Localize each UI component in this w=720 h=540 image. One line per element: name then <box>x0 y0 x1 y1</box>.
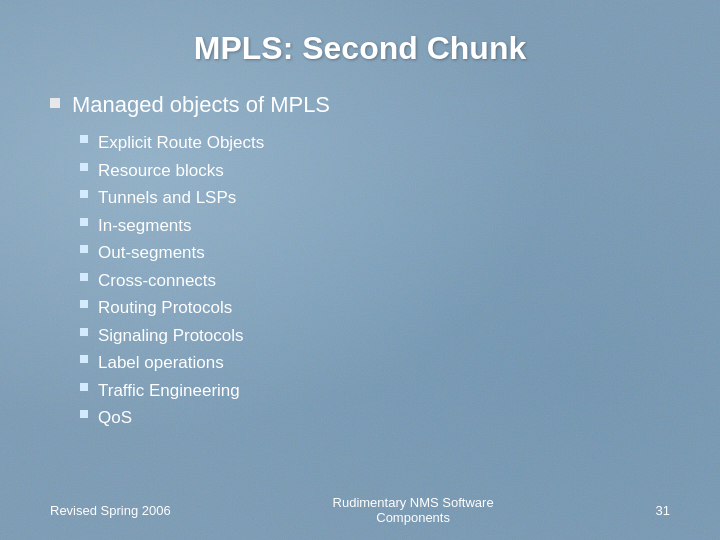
sub-bullet-text: Cross-connects <box>98 268 216 294</box>
sub-bullet-icon <box>80 135 88 143</box>
sub-bullet-text: QoS <box>98 405 132 431</box>
sub-bullet-icon <box>80 300 88 308</box>
sub-bullet-item: Traffic Engineering <box>80 378 670 404</box>
sub-bullet-icon <box>80 383 88 391</box>
sub-bullet-item: In-segments <box>80 213 670 239</box>
sub-bullet-text: Tunnels and LSPs <box>98 185 236 211</box>
sub-bullet-item: Out-segments <box>80 240 670 266</box>
sub-bullet-icon <box>80 218 88 226</box>
sub-bullet-icon <box>80 410 88 418</box>
slide: MPLS: Second Chunk Managed objects of MP… <box>0 0 720 540</box>
sub-bullet-icon <box>80 355 88 363</box>
sub-bullet-text: Signaling Protocols <box>98 323 244 349</box>
sub-bullet-item: Resource blocks <box>80 158 670 184</box>
sub-bullet-item: Cross-connects <box>80 268 670 294</box>
sub-bullet-icon <box>80 273 88 281</box>
sub-bullet-text: Traffic Engineering <box>98 378 240 404</box>
sub-bullet-icon <box>80 163 88 171</box>
sub-bullet-item: Signaling Protocols <box>80 323 670 349</box>
main-bullet-icon <box>50 98 60 108</box>
sub-bullet-icon <box>80 190 88 198</box>
slide-title: MPLS: Second Chunk <box>50 30 670 67</box>
sub-bullet-item: Label operations <box>80 350 670 376</box>
sub-bullet-text: Routing Protocols <box>98 295 232 321</box>
sub-bullets-list: Explicit Route ObjectsResource blocksTun… <box>80 130 670 433</box>
sub-bullet-item: Tunnels and LSPs <box>80 185 670 211</box>
sub-bullet-text: Explicit Route Objects <box>98 130 264 156</box>
sub-bullet-icon <box>80 328 88 336</box>
sub-bullet-text: Resource blocks <box>98 158 224 184</box>
sub-bullet-text: In-segments <box>98 213 192 239</box>
sub-bullet-text: Label operations <box>98 350 224 376</box>
sub-bullet-item: QoS <box>80 405 670 431</box>
sub-bullet-text: Out-segments <box>98 240 205 266</box>
main-bullet: Managed objects of MPLS <box>50 92 670 118</box>
sub-bullet-item: Explicit Route Objects <box>80 130 670 156</box>
main-bullet-text: Managed objects of MPLS <box>72 92 330 118</box>
sub-bullet-icon <box>80 245 88 253</box>
sub-bullet-item: Routing Protocols <box>80 295 670 321</box>
